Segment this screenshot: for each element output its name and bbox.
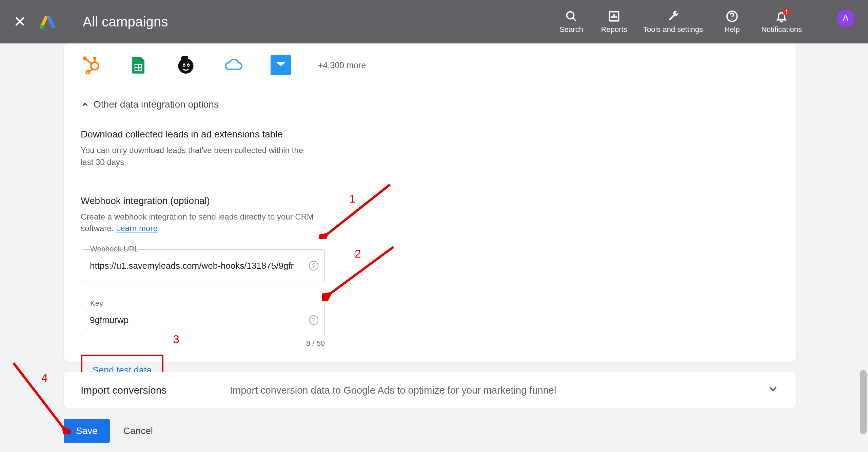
notification-badge: ! (783, 8, 790, 16)
help-label: Help (725, 25, 740, 34)
toggle-label: Other data integration options (94, 99, 219, 110)
learn-more-link[interactable]: Learn more (116, 224, 158, 233)
svg-line-2 (573, 18, 576, 21)
topbar-right: Search Reports Tools and settings Help ! (558, 10, 854, 34)
search-tool[interactable]: Search (558, 10, 585, 34)
webhook-url-field: Webhook URL ? (81, 249, 325, 282)
footer-buttons: Save Cancel (64, 419, 153, 443)
close-icon[interactable]: ✕ (14, 14, 26, 29)
help-icon[interactable]: ? (309, 315, 318, 325)
scrollbar-thumb[interactable] (860, 370, 867, 434)
notifications-label: Notifications (761, 25, 802, 34)
import-conversions-card[interactable]: Import conversions Import conversion dat… (64, 372, 796, 409)
key-char-counter: 8 / 50 (81, 339, 325, 348)
cancel-button[interactable]: Cancel (123, 426, 153, 436)
google-sheets-icon[interactable] (128, 55, 149, 75)
download-leads-desc: You can only download leads that've been… (81, 145, 318, 168)
webhook-heading: Webhook integration (optional) (81, 195, 779, 206)
help-icon (725, 10, 739, 23)
reports-icon (607, 10, 621, 23)
import-conversions-desc: Import conversion data to Google Ads to … (230, 385, 767, 396)
search-label: Search (559, 25, 583, 34)
webhook-desc: Create a webhook integration to send lea… (81, 211, 318, 235)
download-leads-heading: Download collected leads in ad extension… (81, 129, 779, 140)
webhook-key-box: ? (81, 304, 325, 336)
mailchimp-icon[interactable] (176, 55, 196, 75)
svg-point-8 (731, 18, 733, 20)
annotation-number-3: 3 (173, 333, 179, 346)
tools-settings-label: Tools and settings (643, 25, 703, 34)
notifications-tool[interactable]: ! Notifications (761, 10, 802, 34)
divider (821, 10, 821, 33)
import-conversions-title: Import conversions (81, 384, 230, 396)
svg-point-15 (86, 71, 90, 74)
chevron-down-icon (767, 383, 779, 398)
page-title: All campaigns (83, 14, 168, 30)
svg-point-22 (183, 65, 185, 66)
annotation-arrow-4 (10, 360, 71, 434)
webhook-url-box: ? (81, 249, 325, 282)
webhook-key-field: Key ? (81, 304, 325, 336)
svg-point-14 (83, 56, 86, 60)
integrations-row: +4,300 more (81, 52, 779, 75)
cloud-icon[interactable] (223, 55, 243, 75)
more-integrations-text[interactable]: +4,300 more (318, 60, 366, 70)
divider (69, 10, 69, 34)
lead-delivery-card: +4,300 more Other data integration optio… (64, 43, 796, 362)
bell-icon: ! (775, 10, 788, 23)
campaign-monitor-icon[interactable] (271, 55, 291, 75)
topbar-left: ✕ All campaigns (14, 10, 168, 34)
annotation-number-1: 1 (349, 192, 356, 205)
webhook-url-input[interactable] (90, 261, 304, 271)
reports-label: Reports (601, 25, 627, 34)
svg-point-13 (93, 57, 96, 60)
help-tool[interactable]: Help (718, 10, 746, 34)
annotation-number-2: 2 (355, 247, 361, 260)
save-button[interactable]: Save (64, 419, 110, 443)
webhook-key-input[interactable] (90, 315, 304, 325)
search-icon (565, 10, 578, 23)
hubspot-icon[interactable] (81, 55, 101, 75)
svg-line-11 (85, 59, 92, 64)
annotation-number-4: 4 (41, 371, 48, 384)
svg-point-19 (178, 58, 194, 74)
google-ads-logo (40, 14, 55, 30)
svg-point-0 (40, 25, 44, 29)
top-bar: ✕ All campaigns Search Reports Tools and… (0, 0, 868, 43)
chevron-up-icon (81, 100, 90, 109)
tools-settings-tool[interactable]: Tools and settings (643, 10, 703, 34)
svg-point-1 (567, 12, 574, 19)
svg-line-26 (14, 363, 64, 429)
wrench-icon (666, 10, 680, 23)
svg-point-23 (188, 65, 189, 66)
avatar[interactable]: A (837, 10, 854, 27)
help-icon[interactable]: ? (309, 261, 318, 270)
reports-tool[interactable]: Reports (600, 10, 628, 34)
other-data-integration-toggle[interactable]: Other data integration options (81, 99, 779, 110)
